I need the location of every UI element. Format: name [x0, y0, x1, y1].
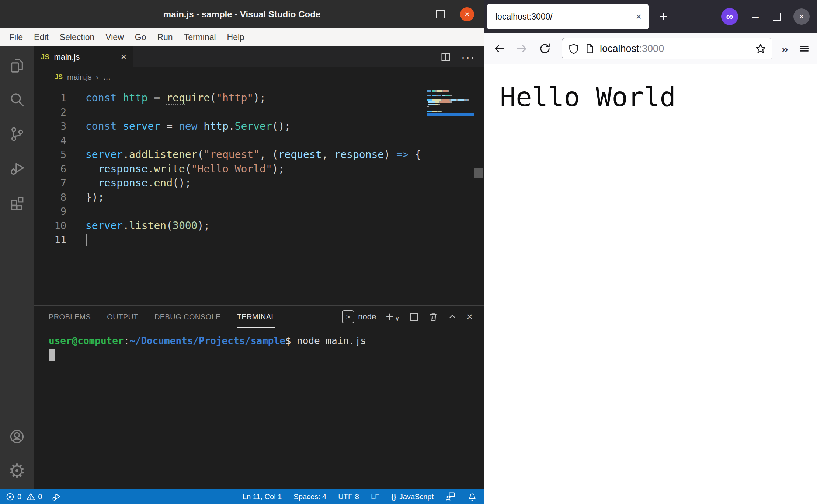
- menu-run[interactable]: Run: [152, 32, 178, 42]
- split-editor-icon[interactable]: [441, 52, 451, 62]
- line-number: 9: [34, 204, 86, 219]
- minimap[interactable]: [427, 90, 474, 117]
- split-terminal-icon[interactable]: [409, 312, 419, 322]
- encoding[interactable]: UTF-8: [338, 493, 359, 501]
- eol-sequence[interactable]: LF: [371, 493, 379, 501]
- close-panel-icon[interactable]: ×: [467, 311, 473, 323]
- settings-gear-icon[interactable]: ⚙: [8, 462, 26, 480]
- close-button[interactable]: ×: [793, 8, 810, 25]
- forward-icon[interactable]: [516, 43, 528, 55]
- more-actions-icon[interactable]: ···: [461, 51, 476, 63]
- code-lines[interactable]: 1const http = require("http");23const se…: [34, 91, 484, 247]
- code-line-9[interactable]: 9: [34, 204, 474, 219]
- shield-icon[interactable]: [568, 43, 579, 54]
- code-line-11[interactable]: 11: [34, 233, 474, 247]
- indentation[interactable]: Spaces: 4: [293, 493, 326, 501]
- overflow-chevrons-icon[interactable]: »: [781, 42, 788, 56]
- code-line-3[interactable]: 3const server = new http.Server();: [34, 119, 474, 134]
- panel-header: PROBLEMS OUTPUT DEBUG CONSOLE TERMINAL >…: [34, 306, 484, 328]
- code-line-10[interactable]: 10server.listen(3000);: [34, 219, 474, 233]
- line-content[interactable]: [86, 204, 474, 219]
- menu-edit[interactable]: Edit: [28, 32, 54, 42]
- source-control-icon[interactable]: [8, 125, 26, 143]
- terminal-user: user@computer: [49, 335, 124, 346]
- notifications-bell-icon[interactable]: [467, 492, 477, 501]
- tab-terminal[interactable]: TERMINAL: [237, 306, 275, 328]
- maximize-panel-icon[interactable]: [448, 312, 457, 322]
- code-line-5[interactable]: 5server.addListener("request", (request,…: [34, 148, 474, 162]
- back-icon[interactable]: [493, 43, 505, 55]
- code-line-8[interactable]: 8});: [34, 190, 474, 205]
- line-content[interactable]: response.end();: [86, 176, 474, 190]
- url-host: localhost: [600, 43, 639, 54]
- code-editor[interactable]: 1const http = require("http");23const se…: [34, 87, 484, 305]
- minimize-button[interactable]: –: [410, 11, 421, 18]
- menu-view[interactable]: View: [100, 32, 129, 42]
- hamburger-menu-icon[interactable]: [799, 43, 810, 54]
- extensions-icon[interactable]: [8, 194, 26, 211]
- menu-go[interactable]: Go: [129, 32, 152, 42]
- line-number: 3: [34, 119, 86, 134]
- chevron-down-icon[interactable]: ∨: [395, 315, 399, 322]
- url-bar[interactable]: localhost:3000: [562, 38, 772, 59]
- line-content[interactable]: [86, 134, 474, 148]
- explorer-icon[interactable]: [8, 57, 26, 74]
- line-content[interactable]: server.listen(3000);: [86, 219, 474, 233]
- language-mode[interactable]: {} JavaScript: [391, 493, 434, 501]
- problems-status[interactable]: 0 0: [6, 493, 42, 501]
- menu-file[interactable]: File: [4, 32, 28, 42]
- status-bar: 0 0 Ln 11, Col 1 Spaces: 4 UTF-8 LF {} J…: [0, 489, 484, 504]
- language-label: JavaScript: [399, 493, 434, 501]
- account-icon[interactable]: [8, 428, 26, 445]
- maximize-button[interactable]: [773, 13, 781, 21]
- line-content[interactable]: server.addListener("request", (request, …: [86, 148, 474, 162]
- tab-close-icon[interactable]: ×: [636, 11, 642, 22]
- code-line-4[interactable]: 4: [34, 134, 474, 148]
- feedback-icon[interactable]: [445, 491, 456, 502]
- line-content[interactable]: [86, 105, 474, 120]
- browser-tab-localhost[interactable]: localhost:3000/ ×: [487, 4, 649, 29]
- new-terminal-button[interactable]: + ∨: [386, 311, 399, 322]
- kill-terminal-trash-icon[interactable]: [428, 312, 438, 322]
- scrollbar-thumb[interactable]: [474, 168, 483, 178]
- line-content[interactable]: });: [86, 190, 474, 205]
- url-text[interactable]: localhost:3000: [600, 43, 750, 55]
- new-tab-button[interactable]: +: [659, 11, 667, 22]
- line-content[interactable]: const http = require("http");: [86, 91, 474, 105]
- terminal-path: ~/Documents/Projects/sample: [129, 335, 285, 346]
- firefox-tab-bar: localhost:3000/ × + ∞ – ×: [484, 0, 817, 33]
- line-content[interactable]: response.write("Hello World");: [86, 162, 474, 176]
- cursor-position[interactable]: Ln 11, Col 1: [243, 493, 282, 501]
- line-number: 7: [34, 176, 86, 190]
- line-content[interactable]: [86, 233, 474, 247]
- bookmark-star-icon[interactable]: [755, 43, 766, 54]
- minimize-button[interactable]: –: [751, 13, 760, 20]
- line-content[interactable]: const server = new http.Server();: [86, 119, 474, 134]
- editor-scrollbar[interactable]: [474, 87, 484, 305]
- tab-close-icon[interactable]: ×: [121, 51, 126, 63]
- shell-name: node: [358, 312, 376, 322]
- code-line-6[interactable]: 6 response.write("Hello World");: [34, 162, 474, 176]
- tab-problems[interactable]: PROBLEMS: [49, 306, 91, 328]
- tab-main-js[interactable]: JS main.js ×: [34, 46, 133, 67]
- page-info-icon[interactable]: [584, 43, 595, 54]
- run-and-debug-icon[interactable]: [8, 160, 26, 177]
- breadcrumb-more[interactable]: …: [103, 73, 111, 81]
- menu-selection[interactable]: Selection: [54, 32, 100, 42]
- close-button[interactable]: ×: [460, 7, 474, 21]
- code-line-2[interactable]: 2: [34, 105, 474, 120]
- terminal-shell-selector[interactable]: > node: [342, 310, 376, 323]
- reload-icon[interactable]: [539, 43, 551, 55]
- tab-debug-console[interactable]: DEBUG CONSOLE: [154, 306, 221, 328]
- code-line-7[interactable]: 7 response.end();: [34, 176, 474, 190]
- search-icon[interactable]: [8, 91, 26, 109]
- terminal-output[interactable]: user@computer:~/Documents/Projects/sampl…: [34, 328, 484, 489]
- menu-help[interactable]: Help: [222, 32, 250, 42]
- tab-output[interactable]: OUTPUT: [107, 306, 138, 328]
- breadcrumb-file[interactable]: main.js: [67, 73, 92, 81]
- code-line-1[interactable]: 1const http = require("http");: [34, 91, 474, 105]
- debug-status-icon[interactable]: [51, 492, 61, 502]
- breadcrumb[interactable]: JS main.js › …: [34, 67, 484, 87]
- menu-terminal[interactable]: Terminal: [178, 32, 222, 42]
- maximize-button[interactable]: [436, 10, 445, 18]
